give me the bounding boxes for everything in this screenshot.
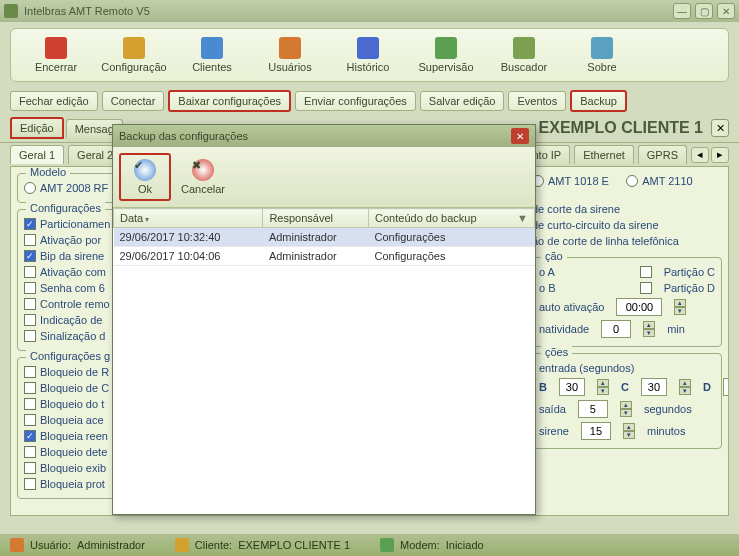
check-indicacao[interactable] [24, 314, 36, 326]
check-bloq-ace[interactable] [24, 414, 36, 426]
clientes-button[interactable]: Clientes [173, 31, 251, 79]
cancelar-button[interactable]: ✖ Cancelar [177, 153, 229, 201]
toolbar-label: Buscador [501, 61, 547, 73]
usuarios-button[interactable]: Usuários [251, 31, 329, 79]
enviar-config-button[interactable]: Enviar configurações [295, 91, 416, 111]
maximize-button[interactable]: ▢ [695, 3, 713, 19]
check-bloq-prot[interactable] [24, 478, 36, 490]
spin-up[interactable]: ▴ [674, 299, 686, 307]
client-name: EXEMPLO CLIENTE 1 [539, 119, 707, 137]
check-particao-c[interactable] [640, 266, 652, 278]
buscador-button[interactable]: Buscador [485, 31, 563, 79]
inatividade-input[interactable] [601, 320, 631, 338]
dialog-toolbar: ✔ Ok ✖ Cancelar [113, 147, 535, 208]
spin-up[interactable]: ▴ [643, 321, 655, 329]
backup-dialog: Backup das configurações ✕ ✔ Ok ✖ Cancel… [112, 124, 536, 515]
filter-icon[interactable]: ▼ [517, 212, 528, 224]
spin-up[interactable]: ▴ [620, 401, 632, 409]
spin-down[interactable]: ▾ [623, 431, 635, 439]
check-bloq-reen[interactable] [24, 430, 36, 442]
tab-scroll-right[interactable]: ▸ [711, 147, 729, 163]
encerrar-button[interactable]: Encerrar [17, 31, 95, 79]
close-button[interactable]: ✕ [717, 3, 735, 19]
baixar-config-button[interactable]: Baixar configurações [168, 90, 291, 112]
spin-down[interactable]: ▾ [679, 387, 691, 395]
check-label: Bloqueio de C [40, 382, 109, 394]
dialog-close-button[interactable]: ✕ [511, 128, 529, 144]
radio-label: AMT 2110 [642, 175, 693, 187]
spin-down[interactable]: ▾ [597, 387, 609, 395]
tab-ethernet[interactable]: Ethernet [574, 145, 634, 164]
history-icon [357, 37, 379, 59]
salvar-edicao-button[interactable]: Salvar edição [420, 91, 505, 111]
spin-down[interactable]: ▾ [674, 307, 686, 315]
check-bloq-c[interactable] [24, 382, 36, 394]
check-ativacao-com[interactable] [24, 266, 36, 278]
window-title: Intelbras AMT Remoto V5 [24, 5, 150, 17]
check-particao-d[interactable] [640, 282, 652, 294]
col-data[interactable]: Data▾ [114, 209, 263, 228]
check-label: Bloqueio do t [40, 398, 104, 410]
spin-down[interactable]: ▾ [620, 409, 632, 417]
check-label: Ativação com [40, 266, 106, 278]
saida-input[interactable] [578, 400, 608, 418]
sobre-button[interactable]: Sobre [563, 31, 641, 79]
spin-up[interactable]: ▴ [623, 423, 635, 431]
check-bloq-dete[interactable] [24, 446, 36, 458]
eventos-button[interactable]: Eventos [508, 91, 566, 111]
configuracao-button[interactable]: Configuração [95, 31, 173, 79]
table-row[interactable]: 29/06/2017 10:04:06 Administrador Config… [114, 247, 535, 266]
tab-edicao[interactable]: Edição [10, 117, 64, 139]
link-corte-sirene: de corte da sirene [532, 201, 722, 217]
check-controle-remo[interactable] [24, 298, 36, 310]
backup-table: Data▾ Responsável Conteúdo do backup▼ 29… [113, 208, 535, 266]
check-label: Particionamen [40, 218, 110, 230]
check-senha6[interactable] [24, 282, 36, 294]
coes-fieldset: ções entrada (segundos) B▴▾ C▴▾ D▴▾ saíd… [532, 353, 722, 449]
check-ativacao-por[interactable] [24, 234, 36, 246]
check-bloq-exib[interactable] [24, 462, 36, 474]
tab-gprs[interactable]: GPRS [638, 145, 687, 164]
tab-scroll-left[interactable]: ◂ [691, 147, 709, 163]
tab-geral1[interactable]: Geral 1 [10, 145, 64, 164]
label: auto ativação [539, 301, 604, 313]
check-bloq-t[interactable] [24, 398, 36, 410]
fechar-edicao-button[interactable]: Fechar edição [10, 91, 98, 111]
ok-button[interactable]: ✔ Ok [119, 153, 171, 201]
titlebar: Intelbras AMT Remoto V5 — ▢ ✕ [0, 0, 739, 22]
config-g-legend: Configurações g [26, 350, 114, 362]
client-close-button[interactable]: ✕ [711, 119, 729, 137]
check-label: Bloqueia ace [40, 414, 104, 426]
d-input[interactable] [723, 378, 729, 396]
historico-button[interactable]: Histórico [329, 31, 407, 79]
toolbar-label: Supervisão [418, 61, 473, 73]
c-input[interactable] [641, 378, 667, 396]
supervisao-button[interactable]: Supervisão [407, 31, 485, 79]
label: natividade [539, 323, 589, 335]
unit: minutos [647, 425, 686, 437]
main-toolbar: Encerrar Configuração Clientes Usuários … [10, 28, 729, 82]
label: saída [539, 403, 566, 415]
status-bar: Usuário: Administrador Cliente: EXEMPLO … [0, 534, 739, 556]
spin-up[interactable]: ▴ [679, 379, 691, 387]
check-bip-sirene[interactable] [24, 250, 36, 262]
check-label: Bloqueio exib [40, 462, 106, 474]
sirene-input[interactable] [581, 422, 611, 440]
conectar-button[interactable]: Conectar [102, 91, 165, 111]
spin-down[interactable]: ▾ [643, 329, 655, 337]
toolbar-label: Clientes [192, 61, 232, 73]
radio-amt2110[interactable] [626, 175, 638, 187]
minimize-button[interactable]: — [673, 3, 691, 19]
table-row[interactable]: 29/06/2017 10:32:40 Administrador Config… [114, 228, 535, 247]
check-bloq-r[interactable] [24, 366, 36, 378]
radio-amt2008[interactable] [24, 182, 36, 194]
auto-ativacao-input[interactable] [616, 298, 662, 316]
check-label: Senha com 6 [40, 282, 105, 294]
backup-button[interactable]: Backup [570, 90, 627, 112]
check-sinalizacao[interactable] [24, 330, 36, 342]
col-responsavel[interactable]: Responsável [263, 209, 369, 228]
b-input[interactable] [559, 378, 585, 396]
check-particionamen[interactable] [24, 218, 36, 230]
spin-up[interactable]: ▴ [597, 379, 609, 387]
col-conteudo[interactable]: Conteúdo do backup▼ [369, 209, 535, 228]
